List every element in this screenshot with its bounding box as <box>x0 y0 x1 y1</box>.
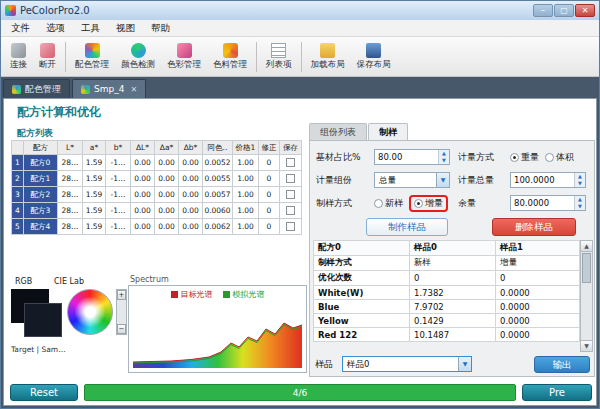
total-amount-spinner[interactable]: 100.0000 ▲▼ <box>510 172 586 188</box>
col-header[interactable]: ΔL* <box>131 141 155 155</box>
menu-help[interactable]: 帮助 <box>143 20 178 37</box>
pre-button[interactable]: Pre <box>522 384 592 401</box>
col-header[interactable]: 同色.. <box>203 141 233 155</box>
base-ratio-spinner[interactable]: 80.00 ▲▼ <box>374 149 450 165</box>
scroll-down-icon[interactable]: ▼ <box>581 340 592 351</box>
sample-table-row[interactable]: White(W) 1.7382 0.0000 <box>314 286 580 300</box>
maximize-button[interactable]: ▢ <box>554 4 574 17</box>
formula-row[interactable]: 3 配方2 28… 1.59 -1… 0.00 0.00 0.00 0.0057… <box>12 187 302 203</box>
menu-file[interactable]: 文件 <box>3 20 38 37</box>
toolbar-color-mgmt[interactable]: 色彩管理 <box>161 41 207 73</box>
remaining-spinner[interactable]: 80.0000 ▲▼ <box>510 195 586 211</box>
menu-options[interactable]: 选项 <box>38 20 73 37</box>
save-checkbox[interactable] <box>286 190 295 199</box>
radio-volume[interactable]: 体积 <box>545 151 574 164</box>
spin-down-icon[interactable]: ▼ <box>575 180 585 187</box>
col-header[interactable]: b* <box>106 141 131 155</box>
menu-view[interactable]: 视图 <box>108 20 143 37</box>
formula-row[interactable]: 1 配方0 28… 1.59 -1… 0.00 0.00 0.00 0.0052… <box>12 155 302 171</box>
menu-tools[interactable]: 工具 <box>73 20 108 37</box>
col-header[interactable]: L* <box>58 141 83 155</box>
sample-table-row[interactable]: Yellow 0.1429 0.0000 <box>314 314 580 328</box>
reset-button[interactable]: Reset <box>10 384 78 401</box>
cielab-color-wheel[interactable] <box>67 289 113 335</box>
col-header[interactable]: 修正 <box>259 141 280 155</box>
scrollbar-thumb[interactable] <box>582 253 591 283</box>
toolbar-separator <box>256 42 257 72</box>
toolbar-color-matching[interactable]: 配色管理 <box>69 41 115 73</box>
spin-up-icon[interactable]: ▲ <box>575 196 585 203</box>
legend-simulated: 模拟光谱 <box>223 289 265 300</box>
spinner-arrows[interactable]: ▲▼ <box>438 150 449 164</box>
scrollbar-track[interactable] <box>581 252 592 340</box>
col-header[interactable]: a* <box>83 141 106 155</box>
sample-table-row[interactable]: Red 122 10.1487 0.0000 <box>314 328 580 342</box>
app-icon <box>5 5 16 16</box>
close-button[interactable]: ✕ <box>575 4 595 17</box>
tab-color-matching[interactable]: 配色管理 <box>3 79 70 98</box>
col-header[interactable]: Δa* <box>155 141 179 155</box>
wheel-zoom-slider[interactable]: + − <box>116 289 127 335</box>
tab-sampling[interactable]: 制样 <box>368 123 408 140</box>
menubar: 文件 选项 工具 视图 帮助 <box>1 20 599 37</box>
toolbar-list-items[interactable]: 列表项 <box>260 41 298 73</box>
radio-weight[interactable]: 重量 <box>510 151 539 164</box>
sample-table-scrollbar[interactable]: ▲ ▼ <box>580 240 593 352</box>
output-button[interactable]: 输出 <box>534 356 590 373</box>
zoom-minus-icon[interactable]: − <box>117 324 126 334</box>
make-sample-button[interactable]: 制作样品 <box>366 218 448 236</box>
spin-up-icon[interactable]: ▲ <box>439 150 449 157</box>
zoom-plus-icon[interactable]: + <box>117 290 126 300</box>
toolbar-connect[interactable]: 连接 <box>4 41 33 73</box>
tab-smp4[interactable]: Smp_4 ✕ <box>72 79 146 98</box>
increment-highlight-box: 增量 <box>409 195 448 212</box>
tab-close-icon[interactable]: ✕ <box>128 85 137 94</box>
dropdown-arrow-icon[interactable]: ▼ <box>458 357 471 371</box>
col-header[interactable]: 保存 <box>280 141 302 155</box>
radio-icon <box>374 199 383 208</box>
spinner-arrows[interactable]: ▲▼ <box>574 173 585 187</box>
sample-table-row[interactable]: 制样方式 新样 增量 <box>314 256 580 271</box>
toolbar-disconnect[interactable]: 断开 <box>33 41 62 73</box>
spin-down-icon[interactable]: ▼ <box>439 157 449 164</box>
color-swatches <box>11 289 69 341</box>
toolbar-colorant-mgmt[interactable]: 色料管理 <box>207 41 253 73</box>
delete-sample-button[interactable]: 删除样品 <box>492 218 576 236</box>
formula-row[interactable]: 5 配方4 28… 1.59 -1… 0.00 0.00 0.00 0.0062… <box>12 219 302 235</box>
app-window: PeColorPro2.0 – ▢ ✕ 文件 选项 工具 视图 帮助 连接 断开… <box>0 0 600 409</box>
sample-table-header: 配方0 样品0 样品1 <box>314 241 580 256</box>
formula-row[interactable]: 2 配方1 28… 1.59 -1… 0.00 0.00 0.00 0.0055… <box>12 171 302 187</box>
tab-icon <box>12 85 21 94</box>
toolbar-color-detect[interactable]: 颜色检测 <box>115 41 161 73</box>
spin-up-icon[interactable]: ▲ <box>575 173 585 180</box>
col-header[interactable]: 配方 <box>24 141 58 155</box>
window-title: PeColorPro2.0 <box>20 5 533 16</box>
col-header[interactable]: Δb* <box>179 141 203 155</box>
tabbar: 配色管理 Smp_4 ✕ <box>1 77 599 98</box>
save-checkbox[interactable] <box>286 174 295 183</box>
component-combo[interactable]: 总量 ▼ <box>374 172 450 188</box>
radio-increment[interactable]: 增量 <box>414 197 443 210</box>
save-checkbox[interactable] <box>286 222 295 231</box>
save-checkbox[interactable] <box>286 206 295 215</box>
toolbar-load-layout[interactable]: 加载布局 <box>305 41 351 73</box>
spin-down-icon[interactable]: ▼ <box>575 203 585 210</box>
minimize-button[interactable]: – <box>533 4 553 17</box>
sample-table-row[interactable]: 优化次数 0 0 <box>314 271 580 286</box>
sample-table-row[interactable]: Blue 7.9702 0.0000 <box>314 300 580 314</box>
spinner-arrows[interactable]: ▲▼ <box>574 196 585 210</box>
col-header[interactable]: 价格1 <box>233 141 259 155</box>
toolbar-save-layout[interactable]: 保存布局 <box>351 41 397 73</box>
connect-icon <box>11 43 26 58</box>
total-amount-label: 计量总量 <box>458 174 494 187</box>
legend-target: 目标光谱 <box>171 289 213 300</box>
save-checkbox[interactable] <box>286 158 295 167</box>
formula-row[interactable]: 4 配方3 28… 1.59 -1… 0.00 0.00 0.00 0.0060… <box>12 203 302 219</box>
scroll-up-icon[interactable]: ▲ <box>581 241 592 252</box>
radio-new-sample[interactable]: 新样 <box>374 197 403 210</box>
base-ratio-label: 基材占比% <box>316 151 361 164</box>
sample-combo[interactable]: 样品0 ▼ <box>342 356 472 372</box>
toolbar-separator <box>301 42 302 72</box>
tab-components[interactable]: 组份列表 <box>309 123 367 140</box>
dropdown-arrow-icon[interactable]: ▼ <box>436 173 449 187</box>
